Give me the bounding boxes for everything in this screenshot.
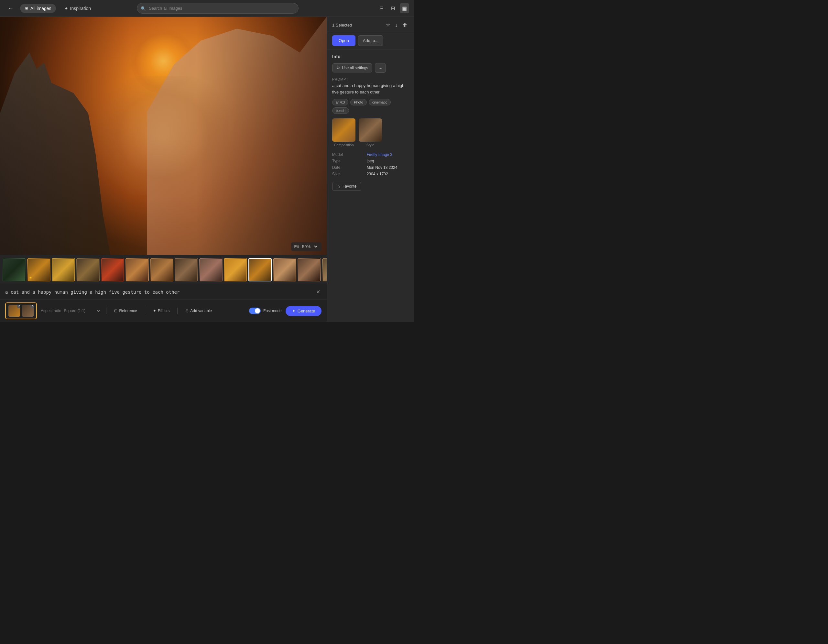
reference-icon: ⊡ bbox=[114, 309, 118, 313]
thumbnail-4[interactable] bbox=[76, 258, 100, 281]
filter-button[interactable]: ⊟ bbox=[378, 3, 386, 13]
type-label: Type bbox=[332, 158, 367, 164]
style-ref: Style bbox=[359, 118, 382, 147]
depth-overlay bbox=[0, 17, 327, 255]
thumbnail-12[interactable] bbox=[298, 258, 321, 281]
nav-right-actions: ⊟ ⊞ ▣ bbox=[378, 3, 409, 13]
aspect-ratio-select[interactable]: Square (1:1) Landscape (4:3) Portrait (3… bbox=[63, 308, 101, 313]
ref-mini-thumb-1[interactable]: ✕ bbox=[8, 305, 20, 317]
main-content: Fit 59% 100% 75% 50% 25% ★ bbox=[0, 17, 414, 322]
thumbnail-13[interactable] bbox=[322, 258, 327, 281]
size-row: Size 2304 x 1792 bbox=[332, 171, 409, 177]
fast-mode-label: Fast mode bbox=[263, 309, 282, 313]
all-images-label: All images bbox=[30, 6, 52, 11]
download-icon-btn[interactable]: ↓ bbox=[394, 21, 399, 29]
image-viewer: Fit 59% 100% 75% 50% 25% bbox=[0, 17, 327, 255]
all-images-tab[interactable]: ⊞ All images bbox=[20, 4, 56, 13]
effects-button[interactable]: ✦ Effects bbox=[151, 307, 172, 314]
inspiration-tab[interactable]: ✦ Inspiration bbox=[60, 4, 96, 13]
bottom-right-controls: Fast mode ✦ Generate bbox=[249, 306, 321, 316]
date-row: Date Mon Nov 18 2024 bbox=[332, 164, 409, 171]
back-button[interactable]: ← bbox=[5, 3, 16, 13]
prompt-close-button[interactable]: ✕ bbox=[315, 288, 321, 296]
reference-thumbnails: Composition Style bbox=[332, 118, 409, 147]
date-value: Mon Nov 18 2024 bbox=[367, 164, 409, 171]
main-image[interactable]: Fit 59% 100% 75% 50% 25% bbox=[0, 17, 327, 255]
add-to-button[interactable]: Add to... bbox=[358, 35, 383, 46]
tag-ar[interactable]: ar 4:3 bbox=[332, 99, 348, 105]
action-buttons: Open Add to... bbox=[327, 32, 414, 50]
thumbnail-10[interactable] bbox=[224, 258, 247, 281]
bottom-bar: a cat and a happy human giving a high fi… bbox=[0, 284, 327, 322]
star-icon: ☆ bbox=[337, 184, 340, 188]
right-sidebar: 1 Selected ☆ ↓ 🗑 Open Add to... Info ⚙ U… bbox=[327, 17, 414, 322]
more-options-button[interactable]: ··· bbox=[375, 63, 386, 73]
use-all-settings-button[interactable]: ⚙ Use all settings bbox=[332, 63, 372, 72]
tag-cinematic[interactable]: cinematic bbox=[369, 99, 391, 105]
favorite-icon-btn[interactable]: ☆ bbox=[384, 21, 391, 29]
effects-label: Effects bbox=[158, 309, 169, 313]
image-background bbox=[0, 17, 327, 255]
top-navigation: ← ⊞ All images ✦ Inspiration 🔍 ⊟ ⊞ ▣ bbox=[0, 0, 414, 17]
thumbnail-5[interactable] bbox=[101, 258, 124, 281]
inspiration-label: Inspiration bbox=[70, 6, 91, 11]
thumbnail-1[interactable] bbox=[3, 258, 26, 281]
filmstrip: ★ bbox=[0, 255, 327, 284]
thumbnail-selected[interactable] bbox=[248, 258, 272, 281]
sidebar-top-actions: ☆ ↓ 🗑 bbox=[384, 21, 409, 29]
composition-ref: Composition bbox=[332, 118, 356, 147]
add-variable-icon: ⊞ bbox=[185, 309, 188, 313]
divider-1 bbox=[106, 308, 107, 314]
fit-label: Fit bbox=[294, 244, 299, 249]
zoom-controls: Fit 59% 100% 75% 50% 25% bbox=[291, 242, 321, 251]
metadata-table: Model Firefly Image 3 Type jpeg Date Mon… bbox=[332, 151, 409, 177]
reference-label: Reference bbox=[119, 309, 137, 313]
size-label: Size bbox=[332, 171, 367, 177]
thumbnail-9[interactable] bbox=[199, 258, 223, 281]
thumbnail-3[interactable] bbox=[52, 258, 75, 281]
effects-icon: ✦ bbox=[153, 309, 156, 313]
zoom-select[interactable]: 59% 100% 75% 50% 25% bbox=[301, 244, 318, 249]
search-input[interactable] bbox=[137, 3, 298, 14]
ref-mini-thumb-2[interactable]: ✕ bbox=[22, 305, 34, 317]
tag-bokeh[interactable]: bokeh bbox=[332, 107, 349, 114]
type-value: jpeg bbox=[367, 158, 409, 164]
generate-label: Generate bbox=[298, 309, 315, 313]
bottom-controls: ✕ ✕ Aspect ratio Square (1:1) Landscape … bbox=[0, 300, 327, 322]
divider-2 bbox=[145, 308, 145, 314]
model-value[interactable]: Firefly Image 3 bbox=[367, 152, 392, 157]
aspect-ratio-label: Aspect ratio bbox=[41, 309, 61, 313]
layout-button[interactable]: ▣ bbox=[400, 3, 409, 13]
delete-icon-btn[interactable]: 🗑 bbox=[401, 21, 409, 29]
thumbnail-8[interactable] bbox=[175, 258, 198, 281]
favorite-button[interactable]: ☆ Favorite bbox=[332, 182, 361, 191]
thumbnail-2[interactable]: ★ bbox=[27, 258, 50, 281]
composition-thumbnail[interactable] bbox=[332, 118, 356, 142]
thumbnail-11[interactable] bbox=[273, 258, 296, 281]
model-label: Model bbox=[332, 151, 367, 158]
inspiration-icon: ✦ bbox=[64, 6, 68, 11]
prompt-input-area: a cat and a happy human giving a high fi… bbox=[0, 284, 327, 300]
star-badge: ★ bbox=[29, 276, 32, 279]
style-thumbnail[interactable] bbox=[359, 118, 382, 142]
prompt-text-display: a cat and a happy human giving a high fi… bbox=[332, 83, 409, 95]
info-title: Info bbox=[332, 54, 409, 59]
fast-mode-toggle: Fast mode bbox=[249, 308, 282, 314]
open-button[interactable]: Open bbox=[332, 35, 356, 46]
view-toggle-button[interactable]: ⊞ bbox=[389, 3, 397, 13]
type-row: Type jpeg bbox=[332, 158, 409, 164]
prompt-input[interactable]: a cat and a happy human giving a high fi… bbox=[5, 290, 312, 295]
aspect-ratio-control: Aspect ratio Square (1:1) Landscape (4:3… bbox=[41, 308, 101, 313]
ref-close-1[interactable]: ✕ bbox=[17, 305, 20, 308]
ref-close-2[interactable]: ✕ bbox=[30, 305, 34, 308]
tag-photo[interactable]: Photo bbox=[350, 99, 367, 105]
sidebar-top-bar: 1 Selected ☆ ↓ 🗑 bbox=[327, 17, 414, 32]
thumbnail-7[interactable] bbox=[150, 258, 173, 281]
grid-icon: ⊞ bbox=[25, 6, 28, 11]
add-variable-button[interactable]: ⊞ Add variable bbox=[183, 307, 215, 314]
fast-mode-switch[interactable] bbox=[249, 308, 261, 314]
favorite-label: Favorite bbox=[342, 184, 356, 188]
reference-button[interactable]: ⊡ Reference bbox=[111, 307, 140, 314]
thumbnail-6[interactable] bbox=[125, 258, 149, 281]
generate-button[interactable]: ✦ Generate bbox=[285, 306, 321, 316]
